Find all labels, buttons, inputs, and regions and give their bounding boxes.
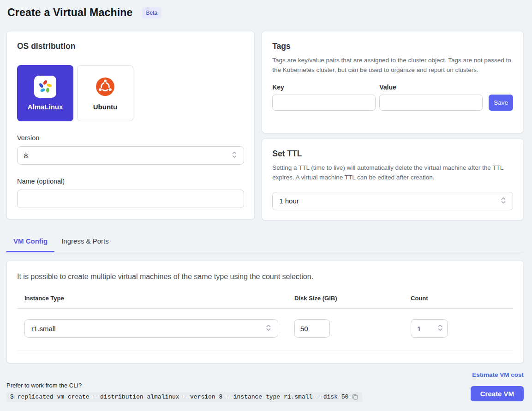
os-option-label: Ubuntu <box>93 103 117 111</box>
ttl-select[interactable]: 1 hour <box>272 192 513 210</box>
tag-value-field: Value <box>379 83 483 111</box>
column-instance-type: Instance Type <box>24 295 294 302</box>
config-tabs: VM Config Ingress & Ports <box>6 232 524 252</box>
cli-label: Prefer to work from the CLI? <box>6 382 362 389</box>
os-option-ubuntu[interactable]: Ubuntu <box>77 65 133 121</box>
version-select[interactable]: 8 <box>17 146 244 165</box>
set-ttl-card: Set TTL Setting a TTL (time to live) wil… <box>262 138 524 220</box>
ubuntu-logo-icon <box>94 76 116 98</box>
os-card-title: OS distribution <box>17 42 244 51</box>
ttl-select-wrap: 1 hour <box>272 192 513 210</box>
vm-config-card: It is possible to create multiple virtua… <box>6 260 524 363</box>
beta-badge: Beta <box>142 7 162 18</box>
copy-icon[interactable] <box>352 393 359 400</box>
version-label: Version <box>17 134 244 142</box>
right-column: Tags Tags are key/value pairs that are a… <box>262 31 524 220</box>
name-label: Name (optional) <box>17 178 244 185</box>
chevron-up-down-icon <box>232 151 237 160</box>
chevron-up-down-icon <box>501 197 506 206</box>
footer-row: Prefer to work from the CLI? $ replicate… <box>6 382 524 402</box>
os-option-label: AlmaLinux <box>28 103 63 111</box>
disk-size-cell <box>294 319 411 338</box>
vm-table-header: Instance Type Disk Size (GiB) Count <box>17 295 513 309</box>
version-select-value: 8 <box>24 152 28 160</box>
disk-size-input[interactable] <box>294 319 330 338</box>
os-distribution-card: OS distribution AlmaLinux <box>6 31 255 220</box>
count-value: 1 <box>417 325 421 333</box>
name-input[interactable] <box>17 190 244 208</box>
vm-config-description: It is possible to create multiple virtua… <box>17 273 513 281</box>
vm-table-row: r1.small 1 <box>17 309 513 351</box>
column-count: Count <box>411 295 513 302</box>
page-header: Create a Virtual Machine Beta <box>6 6 524 19</box>
os-options: AlmaLinux <box>17 65 244 121</box>
estimate-row: Estimate VM cost <box>6 370 524 379</box>
instance-type-value: r1.small <box>31 325 56 333</box>
page-title: Create a Virtual Machine <box>7 6 133 19</box>
instance-type-select[interactable]: r1.small <box>24 319 278 338</box>
cli-command-bar: $ replicated vm create --distribution al… <box>6 392 362 402</box>
tags-form: Key Value Save <box>272 83 513 111</box>
tags-card: Tags Tags are key/value pairs that are a… <box>262 31 524 133</box>
value-label: Value <box>379 83 483 91</box>
cli-command-text: $ replicated vm create --distribution al… <box>10 393 348 400</box>
column-disk-size: Disk Size (GiB) <box>294 295 411 302</box>
create-vm-page: Create a Virtual Machine Beta OS distrib… <box>0 0 532 411</box>
instance-type-cell: r1.small <box>24 319 294 338</box>
tag-key-input[interactable] <box>272 95 376 111</box>
tag-key-field: Key <box>272 83 376 111</box>
ttl-select-value: 1 hour <box>279 197 299 205</box>
estimate-vm-cost-link[interactable]: Estimate VM cost <box>472 371 524 378</box>
cli-section: Prefer to work from the CLI? $ replicate… <box>6 382 362 402</box>
tags-description: Tags are key/value pairs that are assign… <box>272 56 513 75</box>
tab-ingress-ports[interactable]: Ingress & Ports <box>54 232 116 252</box>
stepper-up-down-icon[interactable] <box>437 324 443 333</box>
tags-card-title: Tags <box>272 42 513 51</box>
tag-value-input[interactable] <box>379 95 483 111</box>
ttl-description: Setting a TTL (time to live) will automa… <box>272 163 513 183</box>
almalinux-logo-icon <box>34 76 56 98</box>
top-cards-row: OS distribution AlmaLinux <box>6 31 524 220</box>
key-label: Key <box>272 83 376 91</box>
ttl-card-title: Set TTL <box>272 149 513 159</box>
os-option-almalinux[interactable]: AlmaLinux <box>17 65 73 121</box>
tab-vm-config[interactable]: VM Config <box>6 232 54 252</box>
chevron-up-down-icon <box>266 324 271 333</box>
create-vm-button[interactable]: Create VM <box>471 386 524 401</box>
count-cell: 1 <box>411 319 513 338</box>
count-stepper[interactable]: 1 <box>411 319 448 338</box>
vm-table: Instance Type Disk Size (GiB) Count r1.s… <box>17 295 513 351</box>
save-tag-button[interactable]: Save <box>489 95 513 111</box>
